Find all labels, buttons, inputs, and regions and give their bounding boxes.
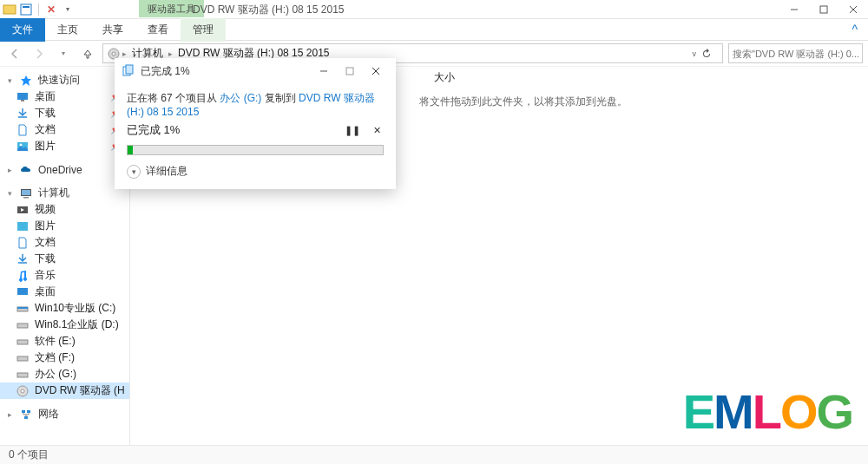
nav-up-button[interactable]	[78, 44, 97, 63]
sidebar-item-documents[interactable]: 文档 📌	[0, 121, 129, 138]
status-bar: 0 个项目	[0, 445, 868, 464]
sidebar-item-label: Win8.1企业版 (D:)	[35, 317, 119, 332]
svg-rect-1	[21, 4, 31, 15]
chevron-down-icon[interactable]: ▾	[5, 76, 14, 85]
sidebar-item-label: 桌面	[35, 284, 56, 299]
address-dropdown-icon[interactable]: v	[689, 49, 700, 58]
sidebar-item-music[interactable]: 音乐	[0, 267, 129, 284]
svg-rect-26	[17, 373, 28, 377]
empty-folder-hint: 将文件拖动到此文件夹，以将其添加到光盘。	[419, 95, 628, 109]
qat-properties-icon[interactable]	[19, 3, 33, 16]
search-box[interactable]	[728, 43, 863, 63]
qat-new-folder-icon[interactable]: ✕	[44, 3, 58, 16]
download-icon	[16, 107, 30, 121]
ribbon-tabs: 文件 主页 共享 查看 管理 ^	[0, 19, 868, 41]
dialog-title-bar[interactable]: 已完成 1%	[115, 58, 396, 84]
chevron-down-icon[interactable]: ▾	[5, 189, 14, 198]
sidebar-item-drive-d[interactable]: Win8.1企业版 (D:)	[0, 317, 129, 333]
svg-rect-30	[27, 410, 30, 413]
sidebar-item-drive-e[interactable]: 软件 (E:)	[0, 333, 129, 350]
dialog-maximize-button[interactable]	[337, 62, 363, 81]
ribbon-tab-share[interactable]: 共享	[90, 18, 135, 42]
refresh-icon[interactable]	[701, 49, 719, 59]
sidebar-item-label: 下载	[35, 252, 56, 266]
quick-access-toolbar: ✕ ▾	[0, 3, 75, 16]
video-icon	[16, 203, 30, 217]
details-toggle[interactable]: ▾ 详细信息	[127, 164, 384, 179]
sidebar-quick-access[interactable]: ▾ 快速访问	[0, 72, 129, 88]
ribbon-tab-manage[interactable]: 管理	[181, 18, 226, 42]
nav-forward-button[interactable]	[30, 44, 49, 63]
column-header-size[interactable]: 大小	[434, 70, 455, 85]
copy-description: 正在将 67 个项目从 办公 (G:) 复制到 DVD RW 驱动器 (H:) …	[127, 91, 384, 118]
sidebar-item-pictures[interactable]: 图片 📌	[0, 138, 129, 154]
svg-rect-25	[17, 356, 28, 361]
drive-icon	[16, 351, 30, 365]
document-icon	[16, 236, 30, 250]
svg-point-8	[112, 52, 115, 56]
drive-icon	[16, 335, 30, 349]
dialog-close-button[interactable]	[363, 62, 389, 81]
network-icon	[19, 408, 33, 422]
sidebar-item-downloads[interactable]: 下载	[0, 251, 129, 267]
close-button[interactable]	[838, 0, 868, 19]
progress-bar	[127, 145, 384, 155]
sidebar-item-downloads[interactable]: 下载 📌	[0, 105, 129, 121]
svg-rect-22	[17, 307, 28, 309]
sidebar-item-label: 办公 (G:)	[35, 367, 76, 382]
qat-dropdown-icon[interactable]: ▾	[61, 3, 75, 16]
sidebar-item-drive-g[interactable]: 办公 (G:)	[0, 366, 129, 382]
copy-source-link[interactable]: 办公 (G:)	[220, 92, 261, 104]
sidebar-item-desktop[interactable]: 桌面 📌	[0, 88, 129, 105]
window-controls	[779, 0, 868, 19]
search-input[interactable]	[733, 49, 858, 59]
details-label: 详细信息	[146, 164, 187, 179]
svg-rect-15	[22, 190, 30, 195]
maximize-button[interactable]	[809, 0, 838, 19]
sidebar-item-drive-c[interactable]: Win10专业版 (C:)	[0, 300, 129, 317]
svg-rect-24	[17, 340, 28, 344]
sidebar-quick-access-label: 快速访问	[38, 73, 80, 88]
sidebar-network[interactable]: ▸ 网络	[0, 406, 129, 422]
ribbon-tab-view[interactable]: 查看	[135, 18, 181, 42]
ribbon-tab-file[interactable]: 文件	[0, 18, 45, 42]
crumb-sep-icon[interactable]: ▸	[122, 49, 127, 58]
dialog-minimize-button[interactable]	[311, 62, 337, 81]
chevron-down-icon: ▾	[127, 165, 141, 179]
svg-rect-0	[3, 5, 16, 14]
sidebar-item-label: 图片	[35, 139, 56, 154]
copy-icon	[122, 64, 135, 78]
pause-button[interactable]: ❚❚	[345, 123, 359, 137]
disc-icon	[16, 384, 30, 398]
sidebar-item-videos[interactable]: 视频	[0, 201, 129, 218]
ribbon-help-icon[interactable]: ^	[841, 23, 868, 36]
svg-rect-19	[17, 222, 28, 231]
sidebar-item-label: 软件 (E:)	[35, 334, 76, 349]
sidebar-item-documents[interactable]: 文档	[0, 234, 129, 251]
nav-back-button[interactable]	[5, 44, 24, 63]
svg-point-28	[21, 389, 24, 393]
ribbon-tab-home[interactable]: 主页	[45, 18, 90, 42]
sidebar-onedrive[interactable]: ▸ OneDrive	[0, 161, 129, 178]
chevron-right-icon[interactable]: ▸	[5, 166, 14, 174]
sidebar-item-desktop[interactable]: 桌面	[0, 284, 129, 300]
sidebar-item-label: 音乐	[35, 268, 56, 283]
sidebar-item-label: 文档	[35, 235, 56, 250]
svg-rect-35	[346, 68, 353, 75]
desktop-icon	[16, 90, 30, 104]
minimize-button[interactable]	[779, 0, 809, 19]
sidebar-item-dvd-drive[interactable]: DVD RW 驱动器 (H	[0, 382, 129, 399]
nav-recent-dropdown[interactable]: ▾	[54, 44, 73, 63]
sidebar-item-pictures[interactable]: 图片	[0, 218, 129, 234]
svg-rect-10	[17, 93, 28, 100]
sidebar-this-pc[interactable]: ▾ 计算机	[0, 185, 129, 201]
crumb-sep-icon[interactable]: ▸	[168, 49, 173, 58]
navigation-pane: ▾ 快速访问 桌面 📌 下载 📌 文档 📌 图片	[0, 67, 130, 445]
svg-rect-4	[820, 6, 827, 13]
svg-rect-16	[23, 197, 29, 199]
cancel-button[interactable]: ✕	[370, 123, 384, 137]
sidebar-onedrive-label: OneDrive	[38, 164, 82, 176]
sidebar-item-label: DVD RW 驱动器 (H	[35, 383, 125, 398]
sidebar-item-drive-f[interactable]: 文档 (F:)	[0, 350, 129, 366]
chevron-right-icon[interactable]: ▸	[5, 410, 14, 419]
